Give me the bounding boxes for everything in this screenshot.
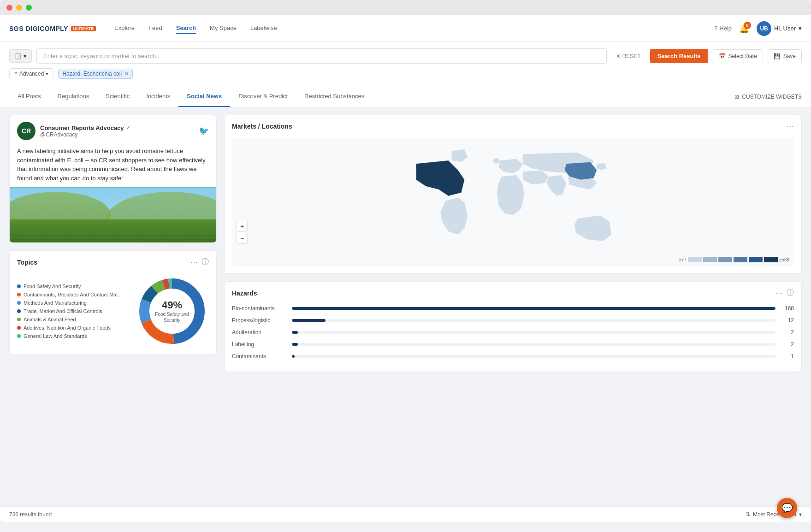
window-chrome <box>0 0 811 15</box>
chat-button[interactable]: 💬 <box>777 498 797 518</box>
hazard-bar <box>292 343 298 346</box>
legend-dot <box>17 326 21 330</box>
notifications-button[interactable]: 🔔 8 <box>739 24 749 34</box>
tab-discover-predict[interactable]: Discover & Predict <box>230 86 296 107</box>
legend-additives: Additives, Nutrition And Organic Foods <box>17 325 128 331</box>
nav-explore[interactable]: Explore <box>114 23 135 34</box>
filter-tag-close-icon[interactable]: ✕ <box>124 71 129 77</box>
save-button[interactable]: 💾 Save <box>768 49 802 63</box>
maximize-btn[interactable] <box>26 5 32 11</box>
info-icon[interactable]: ⓘ <box>201 257 209 267</box>
legend-bar-6 <box>764 257 778 262</box>
donut-label: 49% Food Safety and Security <box>154 299 190 323</box>
tab-incidents[interactable]: Incidents <box>138 86 178 107</box>
search-results-button[interactable]: Search Results <box>650 49 708 63</box>
search-type-button[interactable]: 📋 ▾ <box>9 49 32 63</box>
select-date-button[interactable]: 📅 Select Date <box>713 49 763 63</box>
africa <box>497 175 525 216</box>
hazard-bar-wrap <box>292 355 775 358</box>
zoom-in-button[interactable]: + <box>237 221 248 232</box>
search-input[interactable]: Enter a topic, keyword or market to sear… <box>36 48 607 64</box>
greenland <box>452 149 468 162</box>
legend-min: ≥77 <box>679 257 687 262</box>
hazards-title: Hazards <box>232 290 257 297</box>
right-column: Markets / Locations ⋯ <box>224 115 802 499</box>
tabs-row: All Posts Regulations Scientific Inciden… <box>0 86 811 107</box>
map-title: Markets / Locations <box>232 123 292 130</box>
hazard-count: 168 <box>780 305 794 312</box>
legend-food-safety: Food Safety And Security <box>17 284 128 289</box>
europe <box>498 159 523 174</box>
search-row: 📋 ▾ Enter a topic, keyword or market to … <box>9 48 802 64</box>
reset-button[interactable]: ✕ RESET <box>611 50 645 62</box>
map-legend: ≥77 ≥539 <box>679 257 789 262</box>
logo-badge: ULTIMATE <box>71 26 96 31</box>
help-button[interactable]: ? Help <box>714 25 732 32</box>
hazard-label: Bio-contaminants <box>232 305 287 312</box>
topics-widget: Topics ⋯ ⓘ Food Safety And Security <box>9 250 217 355</box>
calendar-icon: 📅 <box>719 53 726 59</box>
legend-dot <box>17 318 21 321</box>
hazards-actions: ⋯ ⓘ <box>775 288 794 298</box>
hazard-row-process: Process/logistic 12 <box>232 317 794 324</box>
legend-bar-4 <box>734 257 747 262</box>
search-area: 📋 ▾ Enter a topic, keyword or market to … <box>0 42 811 86</box>
hazard-label: Labelling <box>232 341 287 348</box>
hazards-bars: Bio-contaminants 168 Process/logistic 12 <box>232 305 794 360</box>
india <box>547 175 566 196</box>
info-icon[interactable]: ⓘ <box>787 288 794 298</box>
tweet-author-handle: @CRAdvocacy <box>40 131 194 138</box>
user-label: Hi, User <box>774 25 796 32</box>
avatar-initials: UB <box>760 25 768 32</box>
tweet-author-info: Consumer Reports Advocacy ✓ @CRAdvocacy <box>40 124 194 138</box>
more-options-icon[interactable]: ⋯ <box>190 258 198 266</box>
japan <box>596 163 606 170</box>
legend-bar-1 <box>688 257 702 262</box>
notif-count: 8 <box>744 22 751 29</box>
more-options-icon[interactable]: ⋯ <box>787 122 794 130</box>
more-options-icon[interactable]: ⋯ <box>775 289 783 297</box>
legend-label: Animals & Animal Feed <box>24 317 76 322</box>
topics-content: Food Safety And Security Contaminants, R… <box>17 274 209 348</box>
nav-search[interactable]: Search <box>176 23 196 34</box>
nav-labelwise[interactable]: Labelwise <box>250 23 277 34</box>
legend-label: Methods And Manufacturing <box>24 300 87 306</box>
advanced-filter-button[interactable]: ≡ Advanced ▾ <box>9 68 53 79</box>
farm-image <box>10 187 216 242</box>
help-label: Help <box>719 25 732 32</box>
legend-dot <box>17 284 21 288</box>
tab-social-news[interactable]: Social News <box>178 86 230 107</box>
topics-actions: ⋯ ⓘ <box>190 257 209 267</box>
customize-widgets-button[interactable]: ⊞ CUSTOMIZE WIDGETS <box>734 89 802 105</box>
help-icon: ? <box>714 25 717 32</box>
nav-myspace[interactable]: My Space <box>210 23 237 34</box>
tab-restricted-substances[interactable]: Restricted Substances <box>296 86 373 107</box>
top-nav: SGS DIGICOMPLY ULTIMATE Explore Feed Sea… <box>0 15 811 42</box>
legend-dot <box>17 301 21 305</box>
user-menu-button[interactable]: UB Hi, User ▾ <box>757 21 802 36</box>
tab-scientific[interactable]: Scientific <box>97 86 138 107</box>
legend-bar-3 <box>718 257 732 262</box>
tweet-card: CR Consumer Reports Advocacy ✓ @CRAdvoca… <box>9 115 217 243</box>
nav-feed[interactable]: Feed <box>148 23 162 34</box>
close-icon: ✕ <box>616 53 621 59</box>
tab-all-posts[interactable]: All Posts <box>9 86 49 107</box>
filter-icon: ≡ <box>14 71 18 77</box>
tab-regulations[interactable]: Regulations <box>49 86 98 107</box>
save-label: Save <box>783 53 796 59</box>
zoom-out-button[interactable]: − <box>237 233 248 244</box>
legend-max: ≥539 <box>779 257 789 262</box>
legend-contaminants: Contaminants, Residues And Contact Mat. <box>17 292 128 297</box>
uk <box>493 158 500 164</box>
hazard-count: 2 <box>780 329 794 336</box>
minimize-btn[interactable] <box>16 5 22 11</box>
close-btn[interactable] <box>6 5 12 11</box>
avatar-text: CR <box>22 127 31 135</box>
hazard-bar-wrap <box>292 331 775 334</box>
legend-bar-2 <box>703 257 717 262</box>
hazard-filter-tag[interactable]: Hazard: Escherichia coli ✕ <box>58 69 133 79</box>
legend-label: General Law And Standards <box>24 333 87 339</box>
legend-label: Additives, Nutrition And Organic Foods <box>24 325 111 331</box>
reset-label: RESET <box>622 53 641 59</box>
verified-icon: ✓ <box>126 124 130 131</box>
